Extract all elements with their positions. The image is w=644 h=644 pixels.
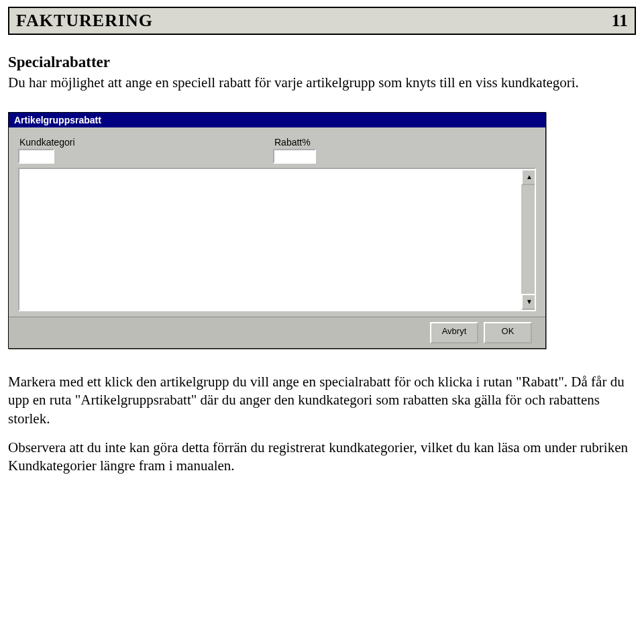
scroll-up-button[interactable]: ▲: [521, 169, 536, 185]
section-heading: Specialrabatter: [8, 52, 636, 72]
page-header: FAKTURERING 11: [8, 7, 636, 35]
kundkategori-label: Kundkategori: [18, 137, 273, 148]
dialog-title: Artikelgruppsrabatt: [9, 113, 545, 127]
triangle-up-icon: ▲: [526, 174, 533, 180]
triangle-down-icon: ▼: [526, 299, 533, 305]
listbox-scrollbar[interactable]: ▲ ▼: [521, 169, 535, 310]
paragraph-3: Observera att du inte kan göra detta för…: [8, 439, 636, 476]
artikelgruppsrabatt-dialog: Artikelgruppsrabatt Kundkategori Rabatt%: [8, 112, 546, 349]
page-number: 11: [611, 11, 628, 31]
rabatt-input[interactable]: [273, 149, 316, 164]
page-title: FAKTURERING: [16, 11, 153, 31]
paragraph-2: Markera med ett klick den artikelgrupp d…: [8, 373, 636, 428]
cancel-button[interactable]: Avbryt: [430, 322, 478, 343]
rabatt-listbox[interactable]: ▲ ▼: [18, 168, 536, 311]
paragraph-1: Du har möjlighet att ange en speciell ra…: [8, 74, 636, 92]
rabatt-label: Rabatt%: [273, 137, 374, 148]
ok-button[interactable]: OK: [484, 322, 532, 343]
scroll-down-button[interactable]: ▼: [521, 294, 536, 310]
kundkategori-input[interactable]: [18, 149, 54, 164]
